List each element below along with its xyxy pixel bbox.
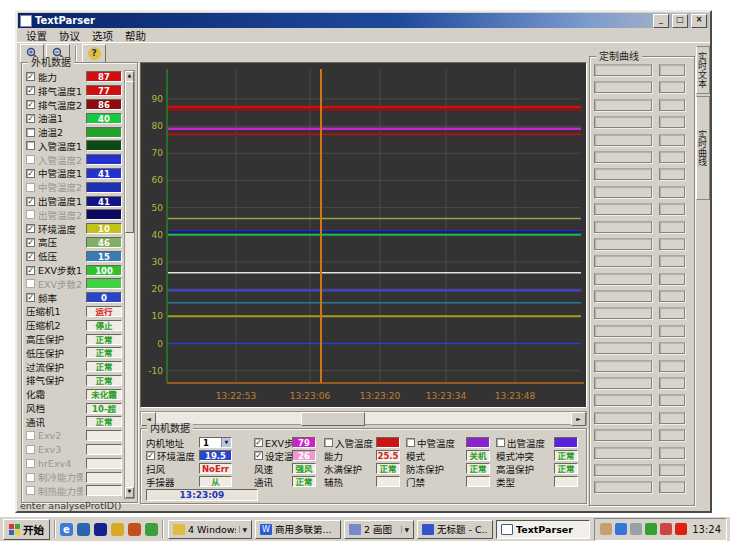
custom-curve-name-field[interactable] xyxy=(594,394,652,406)
side-tab[interactable]: 实时曲线 xyxy=(696,96,710,200)
row-checkbox[interactable] xyxy=(26,279,35,288)
custom-curve-value-field[interactable] xyxy=(659,412,685,424)
custom-curve-value-field[interactable] xyxy=(659,273,685,285)
custom-curve-name-field[interactable] xyxy=(594,238,652,250)
chart-hscrollbar[interactable] xyxy=(140,411,587,425)
custom-curve-name-field[interactable] xyxy=(594,360,652,372)
tray-icon[interactable] xyxy=(630,523,642,535)
row-checkbox[interactable] xyxy=(26,238,35,247)
menu-item[interactable]: 协议 xyxy=(53,28,86,43)
custom-curve-name-field[interactable] xyxy=(594,116,652,128)
custom-curve-name-field[interactable] xyxy=(594,81,652,93)
custom-curve-name-field[interactable] xyxy=(594,412,652,424)
quicklaunch-icon[interactable] xyxy=(111,523,124,536)
scrollbar-thumb[interactable] xyxy=(125,81,134,233)
custom-curve-value-field[interactable] xyxy=(659,307,685,319)
custom-curve-name-field[interactable] xyxy=(594,134,652,146)
menu-item[interactable]: 设置 xyxy=(20,28,53,43)
custom-curve-value-field[interactable] xyxy=(659,186,685,198)
row-checkbox[interactable] xyxy=(254,451,263,460)
row-checkbox[interactable] xyxy=(26,445,35,454)
taskbar-window-button[interactable]: 商用多联第... xyxy=(255,520,341,539)
custom-curve-value-field[interactable] xyxy=(659,255,685,267)
custom-curve-value-field[interactable] xyxy=(659,64,685,76)
row-checkbox[interactable] xyxy=(324,438,333,447)
close-button[interactable] xyxy=(691,14,707,28)
row-checkbox[interactable] xyxy=(26,141,35,150)
custom-curve-value-field[interactable] xyxy=(659,429,685,441)
quicklaunch-icon[interactable] xyxy=(145,523,158,536)
help-button[interactable] xyxy=(82,44,106,63)
row-checkbox[interactable] xyxy=(26,72,35,81)
taskbar-window-button[interactable]: TextParser xyxy=(496,520,590,539)
custom-curve-value-field[interactable] xyxy=(659,325,685,337)
custom-curve-name-field[interactable] xyxy=(594,186,652,198)
custom-curve-value-field[interactable] xyxy=(659,377,685,389)
tray-icon[interactable] xyxy=(615,523,627,535)
hscrollbar-thumb[interactable] xyxy=(301,412,365,426)
custom-curve-value-field[interactable] xyxy=(659,394,685,406)
custom-curve-value-field[interactable] xyxy=(659,116,685,128)
row-checkbox[interactable] xyxy=(146,451,155,460)
custom-curve-value-field[interactable] xyxy=(659,238,685,250)
row-checkbox[interactable] xyxy=(26,431,35,440)
custom-curve-name-field[interactable] xyxy=(594,290,652,302)
custom-curve-value-field[interactable] xyxy=(659,447,685,459)
scroll-down-arrow-icon[interactable]: ▼ xyxy=(125,487,134,498)
taskbar-window-button[interactable]: 2 画图 xyxy=(344,520,414,539)
row-checkbox[interactable] xyxy=(26,224,35,233)
custom-curve-name-field[interactable] xyxy=(594,447,652,459)
taskbar-window-button[interactable]: 4 Windows ... xyxy=(168,520,252,539)
menu-item[interactable]: 帮助 xyxy=(119,28,152,43)
row-checkbox[interactable] xyxy=(26,293,35,302)
custom-curve-value-field[interactable] xyxy=(659,134,685,146)
custom-curve-name-field[interactable] xyxy=(594,151,652,163)
custom-curve-name-field[interactable] xyxy=(594,377,652,389)
row-checkbox[interactable] xyxy=(254,438,263,447)
custom-curve-value-field[interactable] xyxy=(659,203,685,215)
custom-curve-name-field[interactable] xyxy=(594,64,652,76)
custom-curve-name-field[interactable] xyxy=(594,481,652,493)
row-checkbox[interactable] xyxy=(26,100,35,109)
menu-item[interactable]: 选项 xyxy=(86,28,119,43)
custom-curve-value-field[interactable] xyxy=(659,481,685,493)
custom-curve-value-field[interactable] xyxy=(659,464,685,476)
custom-curve-value-field[interactable] xyxy=(659,168,685,180)
custom-curve-name-field[interactable] xyxy=(594,99,652,111)
tray-icon[interactable] xyxy=(675,523,687,535)
row-checkbox[interactable] xyxy=(26,114,35,123)
taskbar-window-button[interactable]: 无标题 - C... xyxy=(417,520,493,539)
row-checkbox[interactable] xyxy=(26,86,35,95)
custom-curve-name-field[interactable] xyxy=(594,342,652,354)
row-checkbox[interactable] xyxy=(26,210,35,219)
custom-curve-value-field[interactable] xyxy=(659,99,685,111)
row-checkbox[interactable] xyxy=(26,128,35,137)
row-checkbox[interactable] xyxy=(26,197,35,206)
row-checkbox[interactable] xyxy=(26,459,35,468)
row-checkbox[interactable] xyxy=(26,183,35,192)
custom-curve-name-field[interactable] xyxy=(594,255,652,267)
restore-button[interactable] xyxy=(672,14,688,28)
row-checkbox[interactable] xyxy=(26,266,35,275)
quicklaunch-icon[interactable] xyxy=(128,523,141,536)
row-checkbox[interactable] xyxy=(26,252,35,261)
custom-curve-name-field[interactable] xyxy=(594,325,652,337)
custom-curve-name-field[interactable] xyxy=(594,203,652,215)
custom-curve-value-field[interactable] xyxy=(659,290,685,302)
tray-icon[interactable] xyxy=(645,523,657,535)
custom-curve-value-field[interactable] xyxy=(659,221,685,233)
custom-curve-name-field[interactable] xyxy=(594,429,652,441)
custom-curve-value-field[interactable] xyxy=(659,342,685,354)
tray-icon[interactable] xyxy=(660,523,672,535)
scroll-right-arrow-icon[interactable] xyxy=(571,412,586,426)
start-button[interactable]: 开始 xyxy=(3,519,50,540)
custom-curve-value-field[interactable] xyxy=(659,81,685,93)
side-tab[interactable]: 实时文本 xyxy=(696,46,710,94)
outdoor-scrollbar[interactable]: ▲ ▼ xyxy=(124,70,135,499)
row-checkbox[interactable] xyxy=(406,438,415,447)
chart-plot[interactable]: 9080706050403020100-1013:22:5313:23:0613… xyxy=(140,62,587,408)
custom-curve-name-field[interactable] xyxy=(594,464,652,476)
quicklaunch-icon[interactable] xyxy=(94,523,107,536)
custom-curve-name-field[interactable] xyxy=(594,168,652,180)
custom-curve-name-field[interactable] xyxy=(594,273,652,285)
